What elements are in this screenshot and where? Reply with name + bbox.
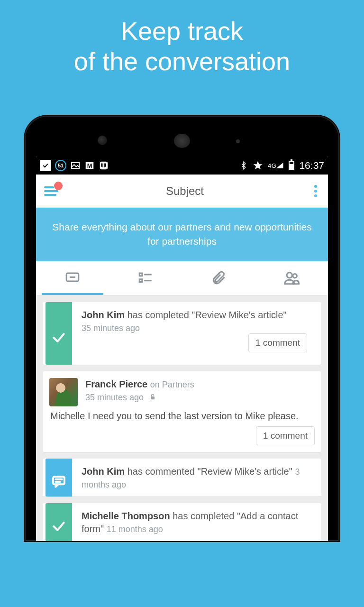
- completed-badge: [46, 302, 72, 365]
- actor-name: John Kim: [82, 466, 125, 477]
- phone-speaker: [174, 134, 190, 148]
- avatar[interactable]: [49, 378, 78, 406]
- activity-feed[interactable]: John Kim has completed "Review Mike's ar…: [36, 302, 328, 541]
- check-icon: [51, 330, 66, 345]
- network-icon: 4G: [268, 161, 284, 170]
- battery-icon: [289, 161, 294, 170]
- subject-description: Share everything about our partners and …: [36, 208, 328, 261]
- image-icon: [70, 160, 81, 171]
- page-title: Subject: [166, 184, 204, 198]
- hero-title: Keep track of the conversation: [0, 0, 364, 76]
- star-icon: [253, 160, 263, 171]
- checkbox-app-icon: [40, 160, 51, 171]
- timestamp: 11 months ago: [107, 524, 163, 534]
- app-bar: Subject: [36, 175, 328, 208]
- tab-bar: [36, 261, 328, 295]
- comments-button[interactable]: 1 comment: [248, 333, 307, 352]
- overflow-menu-button[interactable]: [306, 181, 325, 201]
- status-bar: 51 M 4G: [36, 156, 328, 175]
- tab-attachments[interactable]: [182, 261, 255, 295]
- notification-count-icon: 51: [55, 160, 66, 171]
- action-text: has commented "Review Mike's article": [127, 466, 292, 477]
- svg-rect-12: [139, 273, 142, 276]
- people-icon: [283, 270, 300, 286]
- bluetooth-icon: [239, 160, 248, 171]
- post-context: on Partners: [150, 380, 194, 389]
- hero-line-2: of the conversation: [0, 46, 364, 77]
- svg-rect-18: [151, 396, 155, 399]
- tab-tasks[interactable]: [109, 261, 182, 295]
- timestamp: 35 minutes ago: [82, 323, 314, 333]
- hero-line-1: Keep track: [0, 16, 364, 46]
- mail-icon: M: [84, 160, 95, 171]
- lock-icon: [149, 393, 156, 401]
- feed-item-comment[interactable]: John Kim has commented "Review Mike's ar…: [43, 459, 321, 497]
- actor-name: Michelle Thompson: [82, 511, 170, 521]
- actor-name: Franck Pierce: [85, 379, 147, 389]
- comment-badge: [46, 459, 72, 497]
- list-icon: [137, 270, 154, 286]
- feed-item-completed[interactable]: Michelle Thompson has completed "Add a c…: [43, 503, 321, 541]
- attachment-icon: [210, 270, 227, 286]
- check-icon: [51, 519, 66, 534]
- comment-icon: [51, 474, 66, 489]
- notification-dot-icon: [54, 182, 63, 190]
- intercom-icon: [99, 160, 109, 171]
- feed-item-post[interactable]: Franck Pierce on Partners 35 minutes ago…: [43, 371, 321, 452]
- svg-point-16: [287, 273, 292, 278]
- status-time: 16:37: [299, 160, 324, 171]
- svg-text:M: M: [87, 162, 92, 169]
- phone-sensor-small: [236, 139, 240, 143]
- timestamp: 35 minutes ago: [85, 393, 144, 402]
- action-text: has completed "Review Mike's article": [127, 310, 287, 320]
- menu-button[interactable]: [39, 179, 64, 203]
- tab-people[interactable]: [255, 261, 328, 295]
- actor-name: John Kim: [82, 310, 125, 320]
- svg-rect-13: [139, 279, 142, 282]
- comments-button[interactable]: 1 comment: [256, 426, 315, 445]
- svg-point-17: [293, 274, 297, 278]
- svg-marker-8: [254, 161, 262, 169]
- phone-frame: 51 M 4G: [25, 116, 339, 541]
- completed-badge: [46, 503, 72, 541]
- screen: 51 M 4G: [36, 156, 328, 541]
- message-icon: [64, 270, 81, 286]
- svg-marker-9: [276, 163, 283, 168]
- post-message: Michelle I need you to send the last ver…: [43, 406, 321, 426]
- svg-rect-19: [53, 477, 64, 484]
- tab-feed[interactable]: [36, 261, 109, 295]
- phone-sensor: [98, 136, 107, 145]
- feed-item-completed[interactable]: John Kim has completed "Review Mike's ar…: [43, 302, 321, 365]
